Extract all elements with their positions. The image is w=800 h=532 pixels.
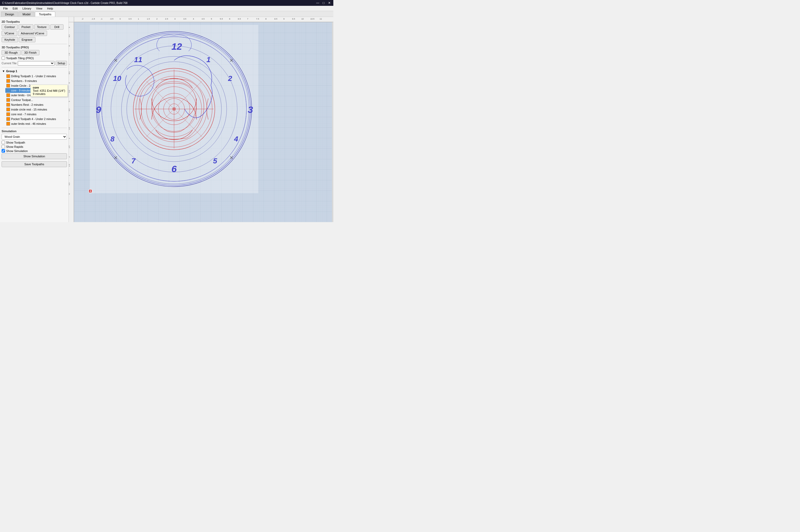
inside-circle-rest-icon <box>6 108 10 111</box>
ruler-left <box>69 22 74 222</box>
menu-library[interactable]: Library <box>20 6 34 11</box>
svg-text:11: 11 <box>134 56 142 64</box>
numbers-rest-label: Numbers Rest - 2 minutes <box>11 103 43 106</box>
svg-text:6: 6 <box>171 164 177 174</box>
show-simulation-row: Show Simulation <box>2 149 67 153</box>
menu-edit[interactable]: Edit <box>11 6 20 11</box>
tiling-checkbox[interactable] <box>2 56 5 60</box>
canvas-grid: 12 3 6 9 1 2 4 5 <box>74 22 333 222</box>
app-layout: Design Model Toolpaths 2D Toolpaths Cont… <box>0 11 333 222</box>
left-panel: 2D Toolpaths Contour Pocket Texture Dril… <box>0 17 69 222</box>
svg-text:2: 2 <box>228 74 232 82</box>
tab-bar: Design Model Toolpaths <box>0 11 333 17</box>
contour-toolpath-item[interactable]: Contour Toolpat... <box>5 98 67 102</box>
show-rapids-row: Show Rapids <box>2 145 67 148</box>
simulation-section: Simulation Wood Grain Aluminum Oak Show … <box>2 130 67 167</box>
inside-circle-label: Inside Circle - 2 minutes <box>11 84 41 87</box>
advanced-vcarve-btn[interactable]: Advanced VCarve <box>18 31 48 36</box>
svg-text:5: 5 <box>213 157 217 165</box>
svg-text:12: 12 <box>171 41 182 52</box>
core-toolpath-item[interactable]: core - 9 minutes <box>5 88 67 93</box>
group-header[interactable]: ▼ Group 1 <box>2 69 67 73</box>
svg-text:4: 4 <box>234 135 238 143</box>
numbers-rest-icon <box>6 103 10 107</box>
drilling-icon <box>6 74 10 78</box>
svg-text:1: 1 <box>206 56 210 64</box>
tiling-row: Toolpath Tiling (PRO) <box>2 56 67 60</box>
tab-design[interactable]: Design <box>1 12 18 17</box>
contour-btn[interactable]: Contour <box>2 24 18 30</box>
core-label: core - 9 minutes <box>11 89 31 92</box>
inside-circle-icon <box>6 84 10 88</box>
vcarve-btn[interactable]: VCarve <box>2 31 17 36</box>
pocket-tp-4-label: Pocket Toolpath 4 - Under 2 minutes <box>11 117 56 120</box>
simulation-dropdown[interactable]: Wood Grain Aluminum Oak <box>2 134 67 139</box>
save-toolpaths-btn[interactable]: Save Toolpaths <box>2 161 67 167</box>
3d-finish-btn[interactable]: 3D Finish <box>21 50 39 55</box>
outer-limits-toolpath-item[interactable]: outer limits - Unc... <box>5 93 67 98</box>
svg-text:8: 8 <box>110 135 114 143</box>
numbers-rest-toolpath-item[interactable]: Numbers Rest - 2 minutes <box>5 102 67 107</box>
menu-help[interactable]: Help <box>45 6 55 11</box>
numbers-icon <box>6 79 10 83</box>
numbers-label: Numbers - 9 minutes <box>11 79 37 82</box>
show-toolpath-checkbox[interactable] <box>2 141 5 144</box>
outer-limits-rest-toolpath-item[interactable]: outer limits rest - 46 minutes <box>5 121 67 126</box>
close-button[interactable]: ✕ <box>328 1 331 5</box>
core-rest-label: core rest - 7 minutes <box>11 113 37 116</box>
current-tile-label: Current Tile <box>2 62 17 65</box>
inside-circle-toolpath-item[interactable]: Inside Circle - 2 minutes <box>5 83 67 88</box>
3d-toolpaths-title: 3D Toolpaths (PRO) <box>2 46 67 49</box>
drill-btn[interactable]: Drill <box>50 24 63 30</box>
3d-rough-btn[interactable]: 3D Rough <box>2 50 21 55</box>
setup-btn[interactable]: Setup <box>56 61 67 65</box>
show-rapids-label: Show Rapids <box>6 145 23 148</box>
group-expand-icon: ▼ <box>2 70 5 73</box>
maximize-button[interactable]: □ <box>322 1 325 5</box>
title-text: C:\Users\Fabrication\Desktop\instructabl… <box>2 2 128 4</box>
inside-circle-rest-toolpath-item[interactable]: inside circle rest - 15 minutes <box>5 107 67 112</box>
corner-box <box>69 17 74 22</box>
drilling-toolpath-item[interactable]: Drilling Toolpath 1 - Under 2 minutes <box>5 74 67 78</box>
core-rest-icon <box>6 112 10 116</box>
show-toolpath-label: Show Toolpath <box>6 141 25 144</box>
pocket-toolpath-4-item[interactable]: Pocket Toolpath 4 - Under 2 minutes <box>5 117 67 121</box>
current-tile-select[interactable] <box>18 61 55 65</box>
core-icon <box>6 89 10 92</box>
canvas-area[interactable]: 12 3 6 9 1 2 4 5 <box>69 17 333 222</box>
minimize-button[interactable]: — <box>316 1 320 5</box>
show-rapids-checkbox[interactable] <box>2 145 5 148</box>
outer-limits-label: outer limits - Unc... <box>11 94 34 97</box>
contour-tp-label: Contour Toolpat... <box>11 98 33 101</box>
tiling-label: Toolpath Tiling (PRO) <box>6 57 34 60</box>
tab-model[interactable]: Model <box>19 12 34 17</box>
simulation-title: Simulation <box>2 130 67 133</box>
menu-view[interactable]: View <box>34 6 44 11</box>
engrave-btn[interactable]: Engrave <box>19 37 35 42</box>
core-rest-toolpath-item[interactable]: core rest - 7 minutes <box>5 112 67 117</box>
pocket-tp-4-icon <box>6 117 10 121</box>
texture-btn[interactable]: Texture <box>34 24 50 30</box>
pocket-btn[interactable]: Pocket <box>19 24 33 30</box>
2d-toolpaths-title: 2D Toolpaths <box>2 20 67 23</box>
group-label: Group 1 <box>6 70 17 73</box>
canvas-svg: 12 3 6 9 1 2 4 5 <box>74 22 333 222</box>
menu-bar: File Edit Library View Help <box>0 6 333 11</box>
2d-toolpaths-row1: Contour Pocket Texture Drill <box>2 24 67 30</box>
menu-file[interactable]: File <box>1 6 10 11</box>
titlebar-controls: — □ ✕ <box>316 1 331 5</box>
keyhole-btn[interactable]: Keyhole <box>2 37 18 42</box>
svg-text:10: 10 <box>113 74 121 82</box>
show-toolpath-row: Show Toolpath <box>2 141 67 144</box>
show-simulation-btn[interactable]: Show Simulation <box>2 153 67 159</box>
3d-toolpaths-row: 3D Rough 3D Finish <box>2 50 67 55</box>
contour-tp-icon <box>6 98 10 102</box>
outer-limits-icon <box>6 93 10 97</box>
show-simulation-checkbox[interactable] <box>2 149 5 153</box>
tab-toolpaths[interactable]: Toolpaths <box>35 12 55 17</box>
numbers-toolpath-item[interactable]: Numbers - 9 minutes <box>5 78 67 83</box>
toolpath-list: Drilling Toolpath 1 - Under 2 minutes Nu… <box>2 74 67 126</box>
title-bar: C:\Users\Fabrication\Desktop\instructabl… <box>0 0 333 6</box>
2d-toolpaths-row3: Keyhole Engrave <box>2 37 67 42</box>
svg-text:9: 9 <box>96 104 101 115</box>
